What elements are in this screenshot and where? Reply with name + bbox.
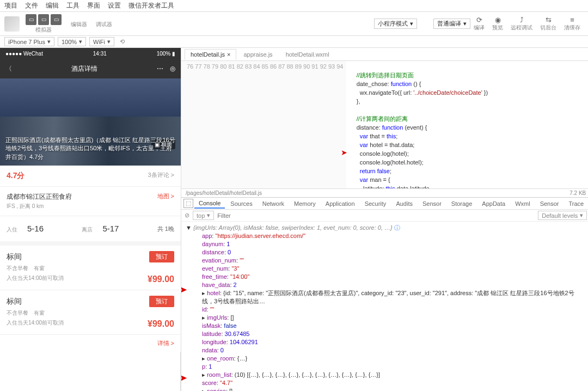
rotate-icon[interactable]: ⟲ <box>120 38 125 45</box>
detail-link[interactable]: 详情 > <box>0 335 181 352</box>
dt-tab-Wxml[interactable]: Wxml <box>511 199 535 208</box>
editor-toggle[interactable]: 编辑器 <box>71 20 87 28</box>
book-button[interactable]: 预订 <box>149 251 174 262</box>
dt-tab-Security[interactable]: Security <box>360 199 391 208</box>
page-title: 酒店详情 <box>71 64 97 74</box>
line-gutter: 76 77 78 79 80 81 82 83 84 85 86 87 88 8… <box>181 61 346 188</box>
score-row[interactable]: 4.7分 3条评论 > <box>0 166 181 187</box>
device-bar: iPhone 7 Plus ▾ 100% ▾ WiFi ▾ ⟲ <box>0 36 588 48</box>
context-select[interactable]: top ▾ <box>193 211 214 220</box>
address-row[interactable]: 成都市锦江区正熙食府 IFS , 距离 0 km 地图 > <box>0 187 181 216</box>
dt-tab-Network[interactable]: Network <box>258 199 289 208</box>
menu-项目[interactable]: 项目 <box>4 1 17 10</box>
code-area[interactable]: //跳转到选择日期页面 date_chose: function () { wx… <box>346 61 491 188</box>
devtools-panel: ⬚ ConsoleSourcesNetworkMemoryApplication… <box>181 197 588 391</box>
simulator-toggle[interactable]: ▭▭▭ 模拟器 <box>25 14 62 34</box>
dt-tab-Sensor[interactable]: Sensor <box>536 199 564 208</box>
devtools-tabs: ⬚ ConsoleSourcesNetworkMemoryApplication… <box>181 198 588 210</box>
tool-预览[interactable]: ◉预览 <box>489 16 506 32</box>
editor-statusbar: /pages/hotelDetail/hotelDetail.js7.2 KB <box>181 188 588 197</box>
hsplit-icon: ▭ <box>51 14 62 25</box>
menu-设置[interactable]: 设置 <box>108 1 121 10</box>
tool-清缓存[interactable]: ≡清缓存 <box>561 16 584 32</box>
book-button[interactable]: 预订 <box>149 296 174 307</box>
dt-tab-AppData[interactable]: AppData <box>477 199 510 208</box>
tab-appraise.js[interactable]: appraise.js <box>237 49 278 60</box>
compile-select[interactable]: 普通编译▾ <box>433 19 470 29</box>
dt-tab-Trace[interactable]: Trace <box>565 199 588 208</box>
menu-文件[interactable]: 文件 <box>25 1 38 10</box>
room-item[interactable]: 标间预订 不含早餐 有窗 入住当天14:00前可取消¥99.00 <box>0 290 181 335</box>
toolbar: ▭▭▭ 模拟器 编辑器 调试器 小程序模式▾ 普通编译▾ ⟳编译◉预览⤴远程调试… <box>0 12 588 36</box>
menu-界面[interactable]: 界面 <box>87 1 100 10</box>
reviews-link[interactable]: 3条评论 > <box>148 171 174 181</box>
chevron-down-icon: ▾ <box>463 20 467 27</box>
menubar: 项目文件编辑工具界面设置微信开发者工具 <box>0 0 588 12</box>
editor-panel: hotelDetail.js ×appraise.jshotelDetail.w… <box>181 48 588 391</box>
target-icon[interactable]: ◎ <box>170 65 175 72</box>
more-icon[interactable]: ⋯ <box>157 65 163 72</box>
room-item[interactable]: 标间预订 不含早餐 有窗 入住当天14:00前可取消¥99.00 <box>0 246 181 290</box>
dt-tab-Sensor[interactable]: Sensor <box>418 199 446 208</box>
device-select[interactable]: iPhone 7 Plus ▾ <box>4 37 54 46</box>
hotel-name: 正熙国际酒店(成都春熙太古里店)（成都 锦江区 红星路三段16号地铁2号线，3号… <box>5 136 175 161</box>
console-filter-input[interactable] <box>217 212 535 219</box>
simulator-panel: ●●●●● WeChat14:31100% ▮ 〈 酒店详情 ⋯ ◎ ▣相册 正… <box>0 48 181 391</box>
zoom-select[interactable]: 100% ▾ <box>58 37 86 46</box>
tab-hotelDetail.wxml[interactable]: hotelDetail.wxml <box>280 49 335 60</box>
dt-tab-Audits[interactable]: Audits <box>391 199 417 208</box>
menu-编辑[interactable]: 编辑 <box>46 1 59 10</box>
tool-编译[interactable]: ⟳编译 <box>470 16 488 32</box>
phone-navbar: 〈 酒店详情 ⋯ ◎ <box>0 59 181 78</box>
tool-远程调试[interactable]: ⤴远程调试 <box>507 16 536 32</box>
close-icon[interactable]: × <box>227 51 230 58</box>
clear-console-icon[interactable]: ⊘ <box>185 212 189 219</box>
phone-statusbar: ●●●●● WeChat14:31100% ▮ <box>0 48 181 59</box>
levels-select[interactable]: Default levels ▾ <box>538 211 587 220</box>
console-output[interactable]: ▼ {imgUrls: Array(0), isMask: false, swi… <box>181 222 588 391</box>
menu-微信开发者工具[interactable]: 微信开发者工具 <box>128 1 174 10</box>
dt-tab-Sources[interactable]: Sources <box>226 199 256 208</box>
hotel-hero[interactable]: ▣相册 正熙国际酒店(成都春熙太古里店)（成都 锦江区 红星路三段16号地铁2号… <box>0 78 181 166</box>
tool-切后台[interactable]: ⇆切后台 <box>537 16 560 32</box>
project-icon <box>4 16 20 32</box>
editor-tabs: hotelDetail.js ×appraise.jshotelDetail.w… <box>181 48 588 61</box>
mode-select[interactable]: 小程序模式▾ <box>374 19 417 29</box>
dt-tab-Memory[interactable]: Memory <box>290 199 320 208</box>
inspect-icon[interactable]: ⬚ <box>183 199 193 208</box>
dt-tab-Storage[interactable]: Storage <box>447 199 477 208</box>
menu-工具[interactable]: 工具 <box>66 1 79 10</box>
tablet-icon: ▭ <box>38 14 49 25</box>
tab-hotelDetail.js[interactable]: hotelDetail.js × <box>185 49 236 60</box>
map-link[interactable]: 地图 > <box>157 192 174 210</box>
date-picker-row[interactable]: 入住5-16 离店5-17 共 1晚 <box>0 216 181 246</box>
dt-tab-Console[interactable]: Console <box>194 199 225 209</box>
chevron-down-icon: ▾ <box>410 20 413 27</box>
debugger-toggle[interactable]: 调试器 <box>96 20 112 28</box>
dt-tab-Application[interactable]: Application <box>321 199 359 208</box>
network-select[interactable]: WiFi ▾ <box>89 37 114 46</box>
phone-icon: ▭ <box>26 14 36 25</box>
back-icon[interactable]: 〈 <box>5 64 12 74</box>
